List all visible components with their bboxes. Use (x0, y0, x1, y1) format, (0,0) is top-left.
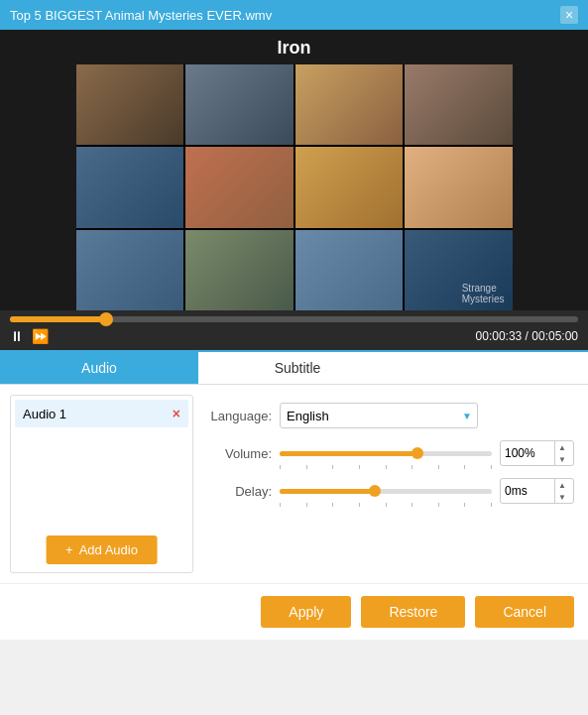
close-button[interactable]: × (560, 6, 578, 24)
language-label: Language: (207, 409, 272, 423)
mosaic-cell (185, 230, 294, 310)
volume-slider-fill (280, 451, 417, 456)
apply-button[interactable]: Apply (261, 596, 351, 628)
mosaic-cell (295, 64, 404, 145)
mosaic-cell (295, 230, 404, 310)
delay-spinners: ▲ ▼ (554, 479, 569, 503)
delay-slider-track[interactable] (280, 489, 492, 494)
tab-audio[interactable]: Audio (0, 352, 198, 384)
controls-row: ⏸ ⏩ 00:00:33 / 00:05:00 (10, 328, 578, 350)
language-select[interactable]: English French Spanish German Chinese Ja… (280, 403, 478, 428)
language-row: Language: English French Spanish German … (207, 403, 574, 428)
controls-left: ⏸ ⏩ (10, 328, 49, 344)
volume-label: Volume: (207, 446, 272, 461)
title-bar-filename: Top 5 BIGGEST Animal Mysteries EVER.wmv (10, 8, 272, 23)
volume-input[interactable]: 100% ▲ ▼ (500, 440, 574, 466)
progress-fill (10, 316, 106, 322)
progress-thumb[interactable] (99, 312, 113, 326)
audio-item-label: Audio 1 (23, 407, 66, 421)
volume-row: Volume: (207, 440, 574, 466)
tabs: Audio Subtitle (0, 352, 588, 385)
tab-subtitle[interactable]: Subtitle (198, 352, 397, 384)
mosaic-cell (76, 230, 184, 310)
volume-value: 100% (505, 446, 535, 460)
video-watermark: StrangeMysteries (462, 283, 505, 304)
add-icon: + (65, 542, 73, 557)
restore-button[interactable]: Restore (361, 596, 465, 628)
title-bar: Top 5 BIGGEST Animal Mysteries EVER.wmv … (0, 0, 588, 30)
mosaic-cell (405, 147, 513, 227)
language-select-wrapper: English French Spanish German Chinese Ja… (280, 403, 478, 428)
delay-slider-fill (280, 489, 375, 494)
volume-slider-track[interactable] (280, 451, 492, 456)
mosaic-cell (405, 64, 513, 145)
audio-list-item: Audio 1 × (15, 400, 188, 427)
mosaic-cell (76, 64, 184, 145)
video-area: Iron StrangeMysteries ⏸ (0, 30, 588, 350)
audio-list-panel: Audio 1 × + Add Audio (10, 395, 193, 573)
mosaic-cell (185, 147, 294, 227)
audio-settings-panel: Language: English French Spanish German … (203, 395, 578, 573)
delay-value: 0ms (505, 484, 528, 498)
progress-track[interactable] (10, 316, 578, 322)
audio-item-remove-button[interactable]: × (173, 406, 180, 421)
video-frame: StrangeMysteries (76, 64, 513, 310)
cancel-button[interactable]: Cancel (475, 596, 574, 628)
delay-down-spinner[interactable]: ▼ (554, 491, 569, 503)
playback-bar: ⏸ ⏩ 00:00:33 / 00:05:00 (0, 310, 588, 350)
video-mosaic (76, 64, 513, 310)
delay-row: Delay: (207, 478, 574, 504)
mosaic-cell (185, 64, 294, 145)
fast-forward-icon: ⏩ (32, 328, 49, 344)
play-pause-button[interactable]: ⏸ (10, 328, 24, 344)
bottom-panel: Audio Subtitle Audio 1 × + Add Audio Lan… (0, 350, 588, 640)
time-total: 00:05:00 (531, 329, 578, 343)
time-current: 00:00:33 (476, 329, 523, 343)
tab-content-audio: Audio 1 × + Add Audio Language: English … (0, 385, 588, 583)
delay-input[interactable]: 0ms ▲ ▼ (500, 478, 574, 504)
video-title: Iron (278, 38, 311, 59)
volume-up-spinner[interactable]: ▲ (554, 441, 569, 453)
volume-down-spinner[interactable]: ▼ (554, 453, 569, 465)
mosaic-cell (76, 147, 184, 227)
mosaic-cell (295, 147, 404, 227)
delay-label: Delay: (207, 484, 272, 499)
volume-slider-thumb[interactable] (412, 447, 423, 459)
delay-slider-thumb[interactable] (369, 485, 381, 497)
pause-icon: ⏸ (10, 328, 24, 344)
delay-up-spinner[interactable]: ▲ (554, 479, 569, 491)
fast-forward-button[interactable]: ⏩ (32, 328, 49, 344)
add-audio-button[interactable]: + Add Audio (46, 536, 158, 564)
volume-spinners: ▲ ▼ (554, 441, 569, 465)
time-display: 00:00:33 / 00:05:00 (476, 329, 578, 343)
add-audio-label: Add Audio (79, 542, 138, 557)
footer-buttons: Apply Restore Cancel (0, 583, 588, 640)
